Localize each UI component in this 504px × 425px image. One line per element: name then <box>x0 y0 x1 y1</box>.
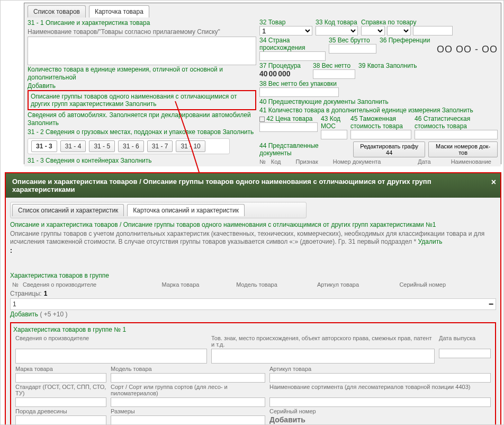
lbl-model: Модель товара <box>109 365 267 373</box>
left-column: 31 - 1 Описание и характеристика товара … <box>28 19 256 165</box>
label-41: 41 Количество товара в дополнительной ед… <box>259 107 440 114</box>
close-icon[interactable]: × <box>491 178 496 187</box>
row-1-num: 1 <box>13 300 16 308</box>
tab-card-desc[interactable]: Карточка описаний и характеристик <box>127 204 245 216</box>
th-serial: Серийный номер <box>397 280 488 289</box>
pill-31-6[interactable]: 31 - 6 <box>118 140 144 152</box>
redbox-detail: Характеристика товаров в группе № 1 Свед… <box>10 322 496 425</box>
label-33: 33 Код товара <box>316 19 358 26</box>
qty-label: Количество товара в единице измерения, о… <box>28 65 256 82</box>
input-33d[interactable] <box>413 26 453 36</box>
hdr-prizn: Признак <box>296 158 318 165</box>
char-table: № Сведения о производителе Марка товара … <box>10 280 496 289</box>
inp-sortname[interactable] <box>269 397 491 407</box>
label-40: 40 Предшествующие документы <box>259 98 355 105</box>
strong-add[interactable]: Добавить <box>267 415 493 425</box>
fill-link-1[interactable]: Заполнить <box>125 100 157 108</box>
inp-brand[interactable] <box>15 373 106 383</box>
button-mask[interactable]: Маски номеров док-тов <box>428 141 498 157</box>
select-32[interactable]: 1 <box>259 26 312 36</box>
lbl-mark: Тов. знак, место происхождения, объект а… <box>209 334 437 348</box>
fill-link-31-2[interactable]: Заполнить <box>222 128 254 136</box>
fill-link-40[interactable]: Заполнить <box>357 98 389 105</box>
pill-31-10[interactable]: 31 - 10 <box>176 140 205 152</box>
input-43[interactable] <box>321 130 347 139</box>
th-no: № <box>10 280 21 289</box>
val-37b: 00 <box>269 69 277 78</box>
lbl-sortname: Наименование сортимента (для лесоматериа… <box>267 383 493 397</box>
plus10[interactable]: +10 ) <box>53 311 68 318</box>
tab-list[interactable]: Список товаров <box>28 5 86 17</box>
lbl-wood: Порода древесины <box>13 408 109 415</box>
select-33b[interactable] <box>361 26 385 36</box>
pill-31-4[interactable]: 31 - 4 <box>60 140 86 152</box>
label-46: 46 Статистическая стоимость товара <box>415 115 498 130</box>
plus5[interactable]: ( +5 <box>40 311 51 318</box>
lbl-dim: Размеры <box>109 408 267 415</box>
label-35: 35 Вес брутто <box>329 37 376 44</box>
lbl-sort: Сорт / Сорт или группа сортов (для лесо-… <box>109 383 267 397</box>
th-prod: Сведения о производителе <box>21 280 160 289</box>
select-33a[interactable] <box>316 26 358 36</box>
inp-wood[interactable] <box>15 415 106 425</box>
label-38-2: 38 Вес нетто без упаковки <box>259 80 498 87</box>
checkbox-42-icon[interactable] <box>259 117 265 122</box>
inp-std[interactable] <box>15 397 106 407</box>
naimen-label: Наименование товаров/"Товары согласно пр… <box>28 28 256 37</box>
page-1[interactable]: 1 <box>44 290 48 297</box>
input-34[interactable] <box>259 51 326 61</box>
label-42: 42 Цена товара <box>266 115 312 122</box>
lbl-date: Дата выпуска <box>437 334 493 348</box>
pill-row: 31 - 3 31 - 4 31 - 5 31 - 6 31 - 7 31 - … <box>28 138 230 154</box>
pill-31-3[interactable]: 31 - 3 <box>31 140 57 152</box>
th-brand: Марка товара <box>160 280 235 289</box>
value-36: ОО ОО - ОО <box>380 44 498 55</box>
ta-prod[interactable] <box>15 349 207 364</box>
right-column: 32 Товар 1 33 Код товара Справка по това… <box>259 19 498 165</box>
pill-31-7[interactable]: 31 - 7 <box>147 140 173 152</box>
add-link-1[interactable]: Добавить <box>28 82 56 90</box>
inp-dim[interactable] <box>111 415 265 425</box>
label-34: 34 Страна происхождения <box>259 37 326 51</box>
hdr-kod: Код <box>271 158 281 165</box>
top-tabs: Список товаров Карточка товара <box>24 3 501 17</box>
section-31-1: 31 - 1 Описание и характеристика товара <box>28 19 256 28</box>
colon-value: : <box>10 246 496 255</box>
redbox-group-desc: Описание группы товаров одного наименова… <box>28 90 256 110</box>
input-46[interactable] <box>415 130 498 139</box>
label-37: 37 Процедура <box>259 62 310 69</box>
box-title: Характеристика товаров в группе № 1 <box>13 325 493 334</box>
inp-art[interactable] <box>269 373 491 383</box>
fill-link-41[interactable]: Заполнить <box>442 107 473 114</box>
delete-link[interactable]: Удалить <box>418 238 443 245</box>
th-art: Артикул товара <box>315 280 397 289</box>
section-31-2: 31 - 2 Сведения о грузовых местах, поддо… <box>28 128 221 136</box>
input-38-2[interactable] <box>259 87 339 97</box>
add-link-2[interactable]: Добавить <box>10 311 38 318</box>
ta-mark[interactable] <box>211 349 435 364</box>
fill-link-31-3[interactable]: Заполнить <box>121 157 152 164</box>
pill-31-5[interactable]: 31 - 5 <box>89 140 115 152</box>
input-42[interactable] <box>259 122 318 132</box>
row-minus-icon[interactable]: − <box>489 299 493 309</box>
tab-card[interactable]: Карточка товара <box>89 5 149 17</box>
input-38[interactable] <box>313 69 355 79</box>
input-45[interactable] <box>350 130 411 139</box>
inp-model[interactable] <box>111 373 265 383</box>
lbl-std: Стандарт (ГОСТ, ОСТ, СПП, СТО, ТУ) <box>13 383 109 397</box>
input-35[interactable] <box>329 44 376 54</box>
label-33-ref: Справка по товару <box>361 19 498 26</box>
tab-list-desc[interactable]: Список описаний и характеристик <box>12 204 124 216</box>
section-31-3: 31 - 3 Сведения о контейнерах <box>28 157 119 164</box>
char-label: Характеристика товаров в группе <box>10 271 496 280</box>
lbl-prod: Сведения о производителе <box>13 334 209 348</box>
inp-sort[interactable] <box>111 397 265 407</box>
label-32: 32 Товар <box>259 19 312 26</box>
button-edit-44[interactable]: Редактировать графу 44 <box>353 141 425 157</box>
fill-link-39[interactable]: Заполнить <box>386 62 417 69</box>
fill-link-auto[interactable]: Заполнить <box>28 119 59 127</box>
dialog-header: Описание и характеристика товаров / Опис… <box>6 173 500 198</box>
select-33c[interactable] <box>387 26 411 36</box>
inp-date[interactable] <box>439 349 491 358</box>
naimen-textarea[interactable] <box>28 37 256 65</box>
